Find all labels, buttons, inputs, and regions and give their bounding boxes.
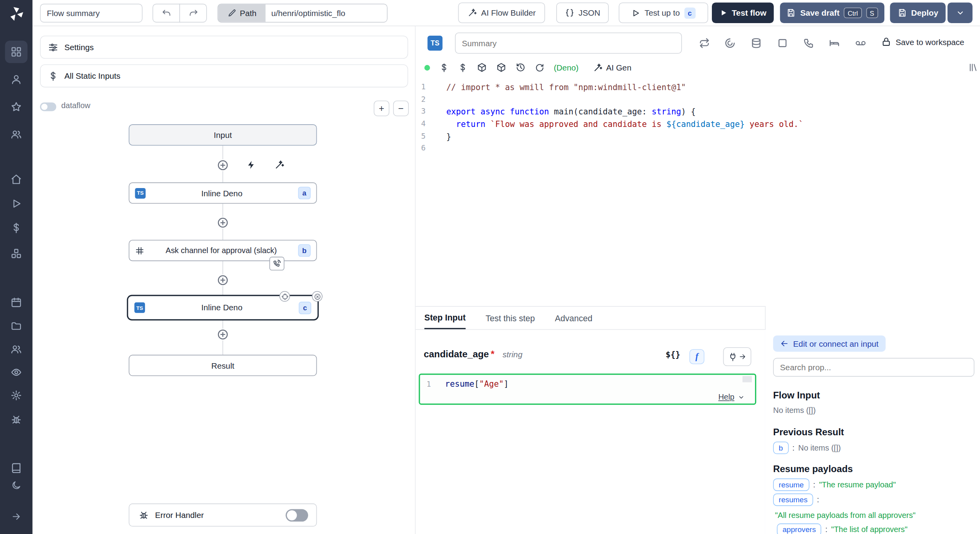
insert-step-button[interactable]: [217, 274, 229, 286]
prop-picker-panel: Edit or connect an input Flow Input No i…: [765, 330, 980, 534]
path-button[interactable]: Path: [218, 4, 265, 22]
error-handler-toggle[interactable]: [286, 509, 308, 521]
sidebar-item-audit[interactable]: [5, 361, 27, 384]
deploy-button[interactable]: Deploy: [890, 2, 946, 23]
undo-button[interactable]: [152, 4, 180, 23]
sidebar-item-apps[interactable]: [5, 41, 27, 63]
zap-icon[interactable]: [246, 160, 256, 170]
resumes-badge[interactable]: resumes: [773, 494, 813, 506]
insert-expression-button[interactable]: ${}: [666, 350, 680, 359]
eye-icon: [11, 367, 22, 378]
sidebar-item-user[interactable]: [5, 68, 27, 91]
editor-scrollbar[interactable]: [742, 376, 752, 382]
group-icon: [11, 344, 22, 355]
insert-step-button[interactable]: [217, 217, 229, 228]
retries-icon[interactable]: [699, 38, 710, 49]
sidebar-item-home[interactable]: [5, 168, 27, 190]
test-flow-button[interactable]: Test flow: [712, 2, 774, 23]
tab-test-this-step[interactable]: Test this step: [486, 307, 535, 329]
package-icon[interactable]: [477, 62, 487, 72]
crosshair-icon: [281, 293, 289, 300]
flow-settings-row[interactable]: Settings: [40, 36, 408, 59]
flow-input-title: Flow Input: [773, 390, 820, 400]
flow-node-a[interactable]: TS Inline Deno a: [129, 183, 317, 204]
tab-advanced[interactable]: Advanced: [555, 307, 592, 329]
path-input[interactable]: [266, 4, 387, 22]
previous-result-badge[interactable]: b: [773, 442, 788, 454]
tab-step-input[interactable]: Step Input: [425, 307, 466, 329]
sidebar-item-workers[interactable]: [5, 409, 27, 431]
flow-node-result[interactable]: Result: [129, 355, 317, 376]
wand-icon[interactable]: [274, 160, 285, 170]
flow-input-value: No items ([]): [773, 406, 816, 415]
suspend-icon[interactable]: [803, 38, 815, 49]
error-handler-row[interactable]: Error Handler: [129, 503, 317, 527]
reload-icon[interactable]: [535, 63, 544, 72]
zoom-out-button[interactable]: −: [393, 101, 409, 116]
suspend-indicator[interactable]: [269, 257, 284, 270]
dataflow-toggle[interactable]: [40, 102, 56, 111]
flow-node-b[interactable]: Ask channel for approval (slack) b: [129, 240, 317, 261]
library-icon[interactable]: [968, 62, 978, 72]
sidebar-item-favorites[interactable]: [5, 96, 27, 118]
insert-step-button[interactable]: [217, 329, 229, 340]
concurrency-icon[interactable]: [724, 38, 736, 49]
sidebar-item-members[interactable]: [5, 338, 27, 360]
code-editor[interactable]: 1// import * as wmill from "npm:windmill…: [416, 81, 980, 155]
all-static-inputs-row[interactable]: All Static Inputs: [40, 64, 408, 87]
variable-picker-icon[interactable]: [439, 63, 449, 72]
play-icon: [632, 9, 640, 17]
flow-summary-input[interactable]: [40, 4, 142, 23]
previous-result-value: No items ([]): [798, 443, 841, 452]
perpetual-icon[interactable]: [855, 38, 866, 49]
sidebar-item-theme-toggle[interactable]: [5, 474, 27, 496]
input-expression-editor[interactable]: 1 resume["Age"] Help: [419, 373, 756, 405]
node-a-id-badge: a: [298, 187, 311, 199]
edit-connect-input-button[interactable]: Edit or connect an input: [773, 335, 885, 351]
redo-button[interactable]: [180, 4, 207, 23]
function-toggle-button[interactable]: f: [690, 349, 704, 364]
move-node-button[interactable]: [279, 291, 290, 302]
path-label: Path: [240, 9, 257, 18]
delete-node-button[interactable]: [312, 291, 323, 302]
windmill-logo-icon[interactable]: [7, 5, 25, 23]
test-up-to-button[interactable]: Test up to c: [619, 2, 708, 23]
dependencies-icon[interactable]: [496, 62, 506, 72]
history-icon[interactable]: [515, 62, 526, 72]
sidebar-item-runs[interactable]: [5, 192, 27, 215]
sidebar-item-folders[interactable]: [5, 315, 27, 337]
save-to-workspace-button[interactable]: Save to workspace: [881, 37, 964, 47]
json-button[interactable]: JSON: [556, 2, 609, 23]
dollar-icon: [11, 223, 22, 234]
save-draft-button[interactable]: Save draft Ctrl S: [780, 2, 884, 23]
step-summary-input[interactable]: [455, 33, 682, 54]
context-variable-icon[interactable]: [458, 63, 468, 72]
sidebar-item-groups[interactable]: [5, 123, 27, 145]
slack-icon: [135, 246, 144, 255]
connect-input-button[interactable]: [723, 347, 751, 366]
early-stop-icon[interactable]: [777, 38, 788, 49]
sidebar-item-resources[interactable]: [5, 243, 27, 265]
sidebar-item-settings[interactable]: [5, 384, 27, 407]
ai-gen-button[interactable]: AI Gen: [593, 63, 632, 72]
sidebar-collapse-button[interactable]: [5, 505, 27, 528]
deploy-dropdown-button[interactable]: [947, 2, 973, 23]
resume-badge[interactable]: resume: [773, 478, 809, 491]
zoom-in-button[interactable]: +: [374, 101, 389, 116]
insert-step-button[interactable]: [217, 159, 229, 171]
help-link[interactable]: Help: [718, 393, 745, 402]
sidebar: [0, 0, 33, 534]
wand-icon: [593, 63, 603, 72]
search-prop-input[interactable]: [773, 358, 974, 377]
save-icon: [786, 8, 796, 18]
flow-node-c-selected[interactable]: TS Inline Deno c: [127, 295, 319, 320]
sleep-icon[interactable]: [829, 38, 840, 49]
flow-node-input[interactable]: Input: [129, 124, 317, 145]
cache-icon[interactable]: [751, 38, 762, 49]
ai-flow-builder-button[interactable]: AI Flow Builder: [458, 2, 545, 23]
sidebar-item-variables[interactable]: [5, 217, 27, 239]
colon: :: [792, 443, 795, 452]
approvers-badge[interactable]: approvers: [777, 523, 822, 534]
sidebar-item-schedules[interactable]: [5, 291, 27, 313]
typescript-badge: TS: [135, 188, 145, 198]
